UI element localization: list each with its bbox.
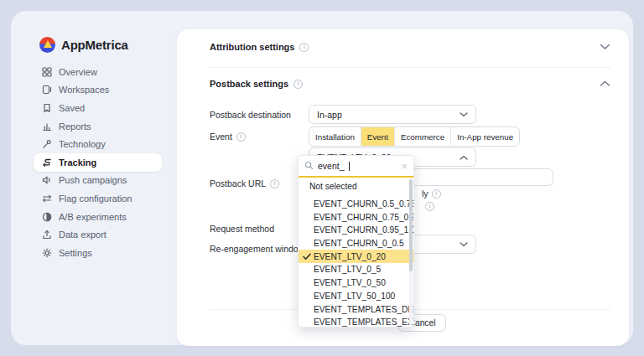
option-label: EVENT_CHURN_0_0.5 <box>314 239 404 248</box>
event-type-tabs: InstallationEventEcommerceIn-App revenue <box>309 126 520 147</box>
info-icon[interactable]: i <box>432 189 441 199</box>
settings-gear-icon <box>41 247 52 258</box>
info-icon[interactable]: i <box>293 80 303 89</box>
chevron-up-icon[interactable] <box>600 80 610 87</box>
dropdown-option-event-templates-dele[interactable]: EVENT_TEMPLATES_DELE... <box>299 302 413 316</box>
sidebar-item-overview[interactable]: Overview <box>34 63 162 81</box>
clear-search-icon[interactable]: × <box>401 161 408 172</box>
obscured-checkbox-label: i <box>425 202 434 211</box>
sidebar-item-tracking[interactable]: Tracking <box>34 153 162 172</box>
flag-configuration-icon <box>41 193 52 204</box>
attribution-settings-title: Attribution settings <box>210 42 294 52</box>
search-icon <box>304 158 314 173</box>
sidebar-item-label: Data export <box>59 230 106 240</box>
sidebar-item-push-campaigns[interactable]: Push campaigns <box>34 172 162 190</box>
option-label: EVENT_LTV_50_100 <box>314 292 395 301</box>
workspaces-icon <box>41 85 52 95</box>
dropdown-option-event-churn-0-0-5[interactable]: EVENT_CHURN_0_0.5 <box>299 237 413 250</box>
sidebar-item-label: Saved <box>59 103 85 113</box>
postback-destination-select[interactable]: In-app <box>309 105 476 124</box>
dropdown-option-event-ltv-0-5[interactable]: EVENT_LTV_0_5 <box>299 263 413 276</box>
option-label: EVENT_LTV_0_50 <box>314 278 386 287</box>
sidebar-item-workspaces[interactable]: Workspaces <box>34 81 162 100</box>
postback-url-label: Postback URL i <box>210 178 279 188</box>
brand-name: AppMetrica <box>61 38 128 52</box>
postback-destination-label: Postback destination <box>210 110 291 120</box>
page-background: { "sidebar": { "brand": "AppMetrica", "i… <box>0 0 644 356</box>
chevron-down-icon <box>460 242 468 247</box>
check-icon <box>303 253 311 261</box>
chevron-up-icon <box>460 155 468 160</box>
sidebar-item-label: Overview <box>59 67 97 77</box>
event-label: Event i <box>210 132 246 142</box>
option-label: Not selected <box>309 182 357 191</box>
sidebar-nav: OverviewWorkspacesSavedReportsTechnology… <box>34 63 162 262</box>
option-label: EVENT_LTV_0_5 <box>314 265 381 274</box>
dropdown-option-event-churn-0-5-0-75[interactable]: EVENT_CHURN_0.5_0.75 <box>299 198 413 211</box>
sidebar-item-label: Flag configuration <box>59 193 132 204</box>
sidebar-item-a-b-experiments[interactable]: A/B experiments <box>34 208 162 226</box>
dropdown-scrollbar-thumb[interactable] <box>409 179 413 271</box>
reports-chart-icon <box>41 121 52 132</box>
event-tab-in-app-revenue[interactable]: In-App revenue <box>451 127 519 146</box>
search-value: event_ <box>318 161 345 171</box>
sidebar-item-flag-configuration[interactable]: Flag configuration <box>34 189 162 208</box>
attribution-settings-header[interactable]: Attribution settings i <box>210 42 610 52</box>
technology-icon <box>41 139 52 150</box>
dropdown-option-event-ltv-0-50[interactable]: EVENT_LTV_0_50 <box>299 276 413 290</box>
event-dropdown-panel: event_ × Not selectedEVENT_CHURN_0.5_0.7… <box>298 155 414 328</box>
event-tab-installation[interactable]: Installation <box>309 127 361 146</box>
sidebar-item-settings[interactable]: Settings <box>34 244 162 262</box>
sidebar-item-label: Push campaigns <box>59 175 127 185</box>
postback-settings-title: Postback settings <box>210 79 288 89</box>
sidebar-item-saved[interactable]: Saved <box>34 99 162 117</box>
option-label: EVENT_CHURN_0.95_1.0 <box>314 225 414 235</box>
request-method-label: Request method <box>210 224 274 234</box>
postback-destination-value: In-app <box>317 110 342 120</box>
dropdown-option-not-selected[interactable]: Not selected <box>299 180 413 193</box>
sidebar-item-label: Tracking <box>59 157 96 168</box>
postback-settings-header[interactable]: Postback settings i <box>210 79 610 89</box>
sidebar-item-label: Technology <box>59 139 106 149</box>
chevron-down-icon[interactable] <box>600 44 610 50</box>
tracking-icon <box>41 157 52 168</box>
dropdown-options: Not selectedEVENT_CHURN_0.5_0.75EVENT_CH… <box>299 178 413 328</box>
option-label: EVENT_TEMPLATES_DELE... <box>314 305 414 314</box>
event-tab-event[interactable]: Event <box>361 127 395 146</box>
event-tab-ecommerce[interactable]: Ecommerce <box>395 127 451 146</box>
info-icon[interactable]: i <box>236 132 246 142</box>
info-icon[interactable]: i <box>425 202 434 211</box>
section-divider <box>210 67 610 68</box>
brand[interactable]: AppMetrica <box>39 37 128 53</box>
option-label: EVENT_LTV_0_20 <box>314 252 386 261</box>
sidebar-item-technology[interactable]: Technology <box>34 135 162 153</box>
dropdown-option-event-ltv-0-20[interactable]: EVENT_LTV_0_20 <box>299 250 413 263</box>
sidebar-item-data-export[interactable]: Data export <box>34 225 162 244</box>
chevron-down-icon <box>460 112 468 117</box>
sidebar-item-label: Reports <box>59 121 91 132</box>
info-icon[interactable]: i <box>299 43 309 52</box>
dropdown-option-event-churn-0-95-1-0[interactable]: EVENT_CHURN_0.95_1.0 <box>299 224 413 237</box>
sidebar-item-label: A/B experiments <box>59 212 127 222</box>
dropdown-search-input[interactable]: event_ × <box>299 156 413 178</box>
sidebar-item-label: Workspaces <box>59 85 109 95</box>
sidebar-item-label: Settings <box>59 248 92 258</box>
data-export-icon <box>41 230 52 240</box>
overview-grid-icon <box>41 66 52 77</box>
text-cursor <box>349 162 350 171</box>
option-label: EVENT_TEMPLATES_EXTE... <box>314 317 414 327</box>
appmetrica-logo-icon <box>39 37 55 53</box>
ab-experiments-icon <box>41 211 52 222</box>
sidebar-item-reports[interactable]: Reports <box>34 117 162 136</box>
push-campaigns-icon <box>41 175 52 186</box>
option-label: EVENT_CHURN_0.5_0.75 <box>314 199 414 209</box>
option-label: EVENT_CHURN_0.75_0.95 <box>314 213 414 222</box>
dropdown-option-event-templates-exte[interactable]: EVENT_TEMPLATES_EXTE... <box>299 316 413 328</box>
obscured-checkbox-label: ly i <box>422 188 441 199</box>
dropdown-option-event-churn-0-75-0-95[interactable]: EVENT_CHURN_0.75_0.95 <box>299 210 413 224</box>
info-icon[interactable]: i <box>270 179 279 188</box>
saved-bookmark-icon <box>41 102 52 113</box>
dropdown-option-event-ltv-50-100[interactable]: EVENT_LTV_50_100 <box>299 290 413 303</box>
